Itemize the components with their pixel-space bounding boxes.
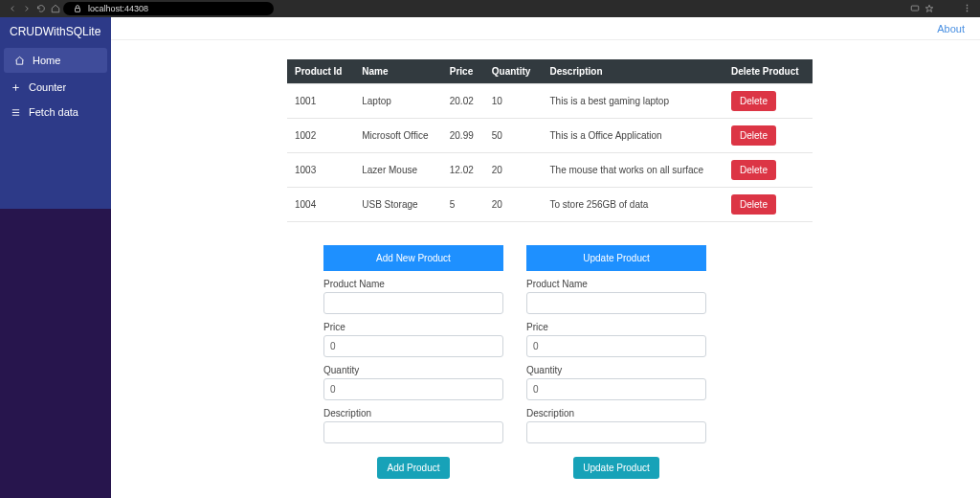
cell-name: Laptop <box>354 84 442 119</box>
cell-qty: 20 <box>484 153 543 188</box>
star-icon[interactable] <box>923 2 936 15</box>
delete-button[interactable]: Delete <box>731 194 776 215</box>
update-qty-input[interactable] <box>526 378 706 400</box>
add-qty-input[interactable] <box>323 378 503 400</box>
list-icon <box>10 106 21 118</box>
table-row: 1001Laptop20.0210This is a best gaming l… <box>287 84 813 119</box>
update-product-button[interactable]: Update Product <box>573 457 659 479</box>
cell-id: 1001 <box>287 84 354 119</box>
sidebar-item-label: Home <box>33 55 60 66</box>
home-icon <box>13 55 25 66</box>
delete-button[interactable]: Delete <box>731 125 776 146</box>
update-card-header: Update Product <box>526 245 706 271</box>
plus-icon <box>10 81 21 93</box>
cell-price: 20.99 <box>442 119 484 153</box>
cell-desc: This is a best gaming laptop <box>542 84 724 119</box>
cell-qty: 20 <box>484 188 543 222</box>
forward-button[interactable] <box>20 2 33 15</box>
col-header: Name <box>354 59 442 84</box>
back-button[interactable] <box>6 2 19 15</box>
products-table: Product IdNamePriceQuantityDescriptionDe… <box>287 59 813 222</box>
home-button-browser[interactable] <box>49 2 62 15</box>
update-qty-label: Quantity <box>526 365 706 375</box>
sidebar-item-label: Fetch data <box>29 106 78 118</box>
cell-id: 1002 <box>287 119 354 153</box>
topbar: About <box>111 17 980 40</box>
update-price-label: Price <box>526 322 706 332</box>
col-header: Description <box>542 59 724 84</box>
col-header: Quantity <box>484 59 543 84</box>
update-desc-input[interactable] <box>526 421 706 443</box>
add-price-input[interactable] <box>323 335 503 357</box>
update-price-input[interactable] <box>526 335 706 357</box>
cell-price: 12.02 <box>442 153 484 188</box>
cell-name: Lazer Mouse <box>354 153 442 188</box>
cell-id: 1003 <box>287 153 354 188</box>
svg-rect-0 <box>76 9 80 12</box>
menu-button[interactable]: ⋮ <box>961 2 974 15</box>
sidebar: CRUDWithSQLite HomeCounterFetch data <box>0 17 111 498</box>
delete-button[interactable]: Delete <box>731 160 776 180</box>
col-header: Delete Product <box>724 59 813 84</box>
extensions <box>937 4 960 13</box>
update-desc-label: Description <box>526 408 706 419</box>
brand-title: CRUDWithSQLite <box>0 17 111 46</box>
add-product-card: Add New Product Product Name Price Quant… <box>323 245 503 479</box>
cell-qty: 50 <box>484 119 543 153</box>
sidebar-item-home[interactable]: Home <box>4 48 107 73</box>
col-header: Product Id <box>287 59 354 84</box>
delete-button[interactable]: Delete <box>731 91 776 111</box>
reload-button[interactable] <box>34 2 48 15</box>
cell-price: 20.02 <box>442 84 484 119</box>
cell-name: USB Storage <box>354 188 442 222</box>
about-link[interactable]: About <box>937 23 965 34</box>
update-name-input[interactable] <box>526 292 706 314</box>
sidebar-item-label: Counter <box>29 81 66 93</box>
url-text: localhost:44308 <box>88 4 148 13</box>
svg-rect-1 <box>911 6 919 11</box>
cell-id: 1004 <box>287 188 354 222</box>
main-panel: About Product IdNamePriceQuantityDescrip… <box>111 17 980 498</box>
cell-desc: To store 256GB of data <box>542 188 724 222</box>
add-card-header: Add New Product <box>323 245 503 271</box>
sidebar-item-counter[interactable]: Counter <box>0 75 111 100</box>
update-product-card: Update Product Product Name Price Quanti… <box>526 245 706 479</box>
col-header: Price <box>442 59 484 84</box>
add-desc-label: Description <box>323 408 503 419</box>
add-name-input[interactable] <box>323 292 503 314</box>
cell-desc: The mouse that works on all surface <box>542 153 724 188</box>
update-name-label: Product Name <box>526 279 706 289</box>
sidebar-item-fetch-data[interactable]: Fetch data <box>0 100 111 124</box>
table-row: 1003Lazer Mouse12.0220The mouse that wor… <box>287 153 813 188</box>
address-bar[interactable]: localhost:44308 <box>63 2 274 15</box>
add-price-label: Price <box>323 322 503 332</box>
cell-name: Microsoft Office <box>354 119 442 153</box>
add-desc-input[interactable] <box>323 421 503 443</box>
cell-qty: 10 <box>484 84 543 119</box>
add-name-label: Product Name <box>323 279 503 289</box>
add-product-button[interactable]: Add Product <box>377 457 449 479</box>
browser-chrome: localhost:44308 ⋮ <box>0 0 980 17</box>
cell-price: 5 <box>442 188 484 222</box>
cast-icon[interactable] <box>908 2 922 15</box>
table-row: 1004USB Storage520To store 256GB of data… <box>287 188 813 222</box>
add-qty-label: Quantity <box>323 365 503 375</box>
cell-desc: This is a Office Application <box>542 119 724 153</box>
table-row: 1002Microsoft Office20.9950This is a Off… <box>287 119 813 153</box>
lock-icon <box>73 4 82 13</box>
